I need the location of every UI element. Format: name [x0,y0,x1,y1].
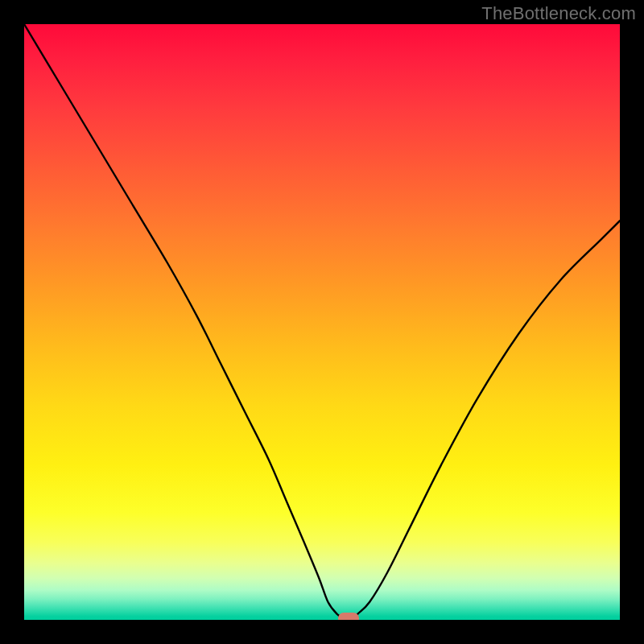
chart-frame: TheBottleneck.com [0,0,644,644]
plot-area [24,24,620,620]
attribution-label: TheBottleneck.com [481,3,636,24]
curve-layer [24,24,620,620]
optimal-marker [338,613,359,620]
bottleneck-curve [24,24,620,620]
